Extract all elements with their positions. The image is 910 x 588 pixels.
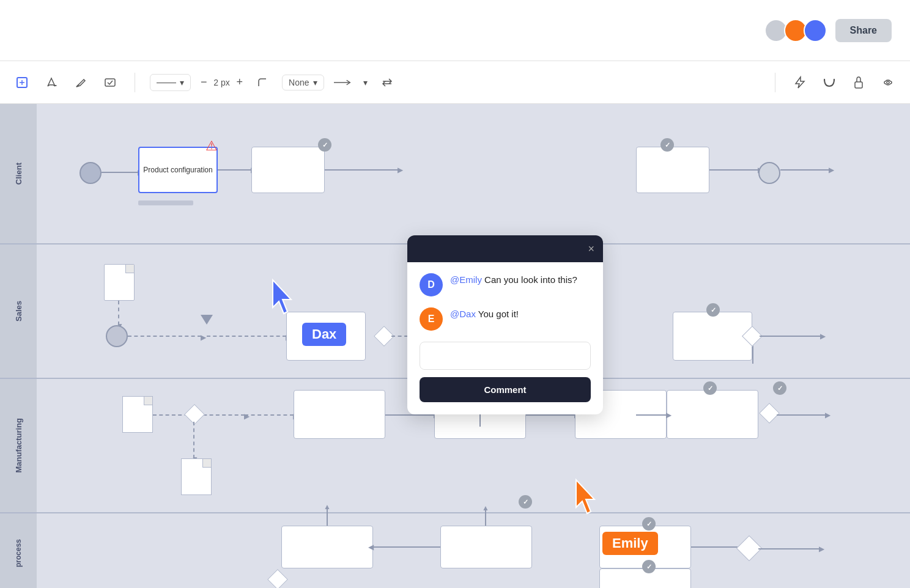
sales-dashed-h2: ▶	[207, 336, 286, 337]
svg-rect-3	[105, 79, 115, 86]
comment-submit-button[interactable]: Comment	[420, 377, 591, 402]
warning-icon: ⚠	[205, 138, 218, 154]
svg-rect-7	[855, 82, 862, 88]
lane-sales-label: Sales	[0, 244, 37, 378]
mfg-doc2	[181, 458, 212, 495]
mfg-arrow2: ▶	[526, 414, 575, 416]
process-v-arrow1: ▲	[327, 507, 328, 526]
mfg-box1[interactable]	[294, 390, 385, 439]
settings-icon[interactable]	[878, 73, 898, 92]
mfg-dashed-v1: ▼	[193, 422, 194, 458]
mfg-arrow-to-right: ▶	[636, 414, 667, 416]
check-badge-mfg: ✓	[519, 495, 532, 509]
process-arrow1: ◀	[373, 546, 440, 548]
mention-emily: @Emily	[450, 274, 482, 285]
check-badge-sales-right: ✓	[706, 303, 720, 317]
stroke-width-control: − 2 px +	[201, 76, 243, 89]
client-end-circle	[758, 162, 780, 184]
sales-fork	[201, 315, 213, 325]
avatar-group	[764, 19, 827, 42]
mfg-doc1	[122, 396, 153, 433]
client-box2[interactable]	[251, 147, 325, 193]
comment-body-1: Can you look into this?	[482, 274, 577, 285]
mfg-box-right[interactable]	[667, 390, 758, 439]
sales-circle1	[106, 325, 128, 347]
sales-box-right[interactable]	[673, 312, 752, 361]
sales-doc1	[104, 264, 135, 301]
line-style-preview: ——	[157, 77, 176, 88]
popup-header: ×	[407, 235, 603, 262]
check-badge-mfg-right: ✓	[703, 381, 717, 395]
comment-avatar-dax: D	[420, 273, 443, 296]
diagram-canvas[interactable]: Client Sales Manufacturing process ▶ Pro…	[0, 104, 910, 588]
lock-icon[interactable]	[849, 73, 868, 92]
process-box2[interactable]	[440, 526, 532, 568]
mfg-dashed-h2: ▶	[245, 414, 294, 416]
sales-arrow-far-right: ▶	[760, 336, 821, 337]
comment-body-2: You got it!	[476, 309, 519, 319]
comment-text-1: @Emily Can you look into this?	[450, 273, 577, 287]
sales-dashed-v1: ▼	[118, 301, 119, 325]
pen-tool-icon[interactable]	[71, 73, 91, 92]
lane-client-label: Client	[0, 104, 37, 243]
popup-body: D @Emily Can you look into this? E @Dax …	[407, 262, 603, 414]
comment-row-2: E @Dax You got it!	[420, 307, 591, 331]
lightning-icon[interactable]	[790, 73, 810, 92]
check-badge-mfg-right2: ✓	[773, 381, 786, 395]
share-button[interactable]: Share	[835, 19, 892, 42]
svg-point-8	[887, 81, 889, 84]
swap-icon[interactable]	[377, 73, 397, 92]
lane-manufacturing-label: Manufacturing	[0, 379, 37, 512]
check-badge-process2: ✓	[642, 560, 656, 573]
comment-popup: × D @Emily Can you look into this? E @Da…	[407, 235, 603, 414]
process-v-arrow2: ▲	[485, 509, 486, 526]
comment-row-1: D @Emily Can you look into this?	[420, 273, 591, 296]
comment-avatar-emily: E	[420, 307, 443, 331]
client-start-circle	[80, 162, 102, 184]
avatar-user3	[804, 19, 827, 42]
client-arrow-far-right: ▶	[780, 169, 829, 171]
close-button[interactable]: ×	[588, 243, 594, 254]
check-badge-1: ✓	[318, 138, 331, 152]
fill-tool-icon[interactable]	[42, 73, 61, 92]
client-arrow2: ▶	[218, 169, 251, 171]
client-box-right1[interactable]	[636, 147, 709, 193]
arrow-direction-selector[interactable]: ▾	[363, 78, 368, 87]
arrow-chevron: ▾	[363, 78, 368, 87]
dax-label: Dax	[302, 323, 346, 346]
line-end-chevron: ▾	[313, 78, 317, 87]
emily-label: Emily	[602, 532, 658, 555]
comment-text-2: @Dax You got it!	[450, 307, 519, 322]
process-arrow-right: ▶	[691, 546, 740, 548]
line-end-selector[interactable]: None ▾	[282, 75, 324, 90]
select-tool-icon[interactable]	[12, 73, 32, 92]
lane-process-label: process	[0, 513, 37, 588]
arrow-style-icon[interactable]	[334, 73, 353, 92]
mfg-arrow-right: ▶	[777, 414, 826, 416]
corner-style-icon[interactable]	[253, 73, 272, 92]
comment-input[interactable]	[420, 342, 591, 370]
client-arrow1: ▶	[102, 172, 138, 173]
line-style-chevron: ▾	[180, 78, 184, 87]
process-box1[interactable]	[281, 526, 373, 568]
toolbar-divider-2	[775, 73, 775, 92]
toolbar: —— ▾ − 2 px + None ▾ ▾	[0, 61, 910, 104]
client-line-indicator	[138, 200, 193, 205]
client-arrow3: ▶	[325, 169, 398, 171]
task-tool-icon[interactable]	[100, 73, 120, 92]
minus-icon[interactable]: −	[201, 76, 207, 89]
process-arrow-far-right: ▶	[758, 548, 819, 549]
line-end-label: None	[289, 78, 309, 87]
mfg-arrow1: ▶	[385, 414, 434, 416]
plus-icon[interactable]: +	[237, 76, 243, 89]
client-arrow-right: ▶	[709, 169, 758, 171]
check-badge-right1: ✓	[660, 138, 674, 152]
magnet-icon[interactable]	[819, 73, 839, 92]
line-style-selector[interactable]: —— ▾	[150, 74, 191, 91]
mention-dax: @Dax	[450, 309, 476, 319]
product-config-label: Product configuration	[141, 163, 215, 178]
top-bar: Share	[0, 0, 910, 61]
px-value: 2 px	[211, 78, 233, 87]
toolbar-divider-1	[135, 73, 135, 92]
sales-dashed-h1: ▶	[128, 336, 201, 337]
